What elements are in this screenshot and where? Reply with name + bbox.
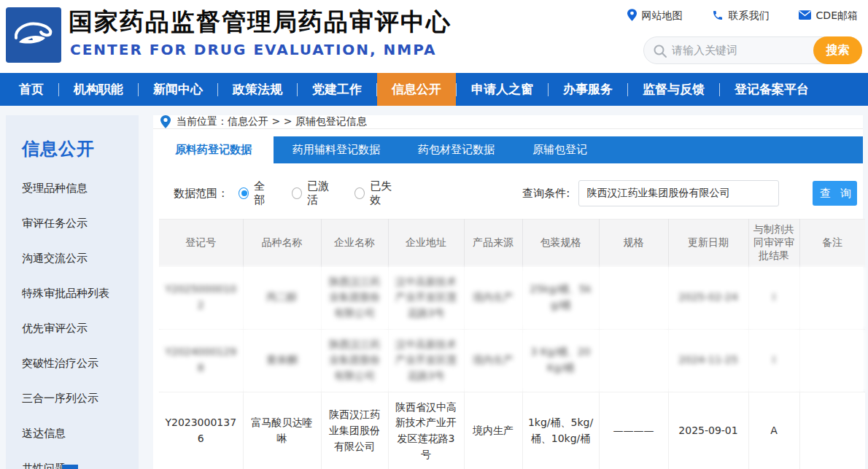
cell-r0-c5: 25kg/桶、5kg/桶 bbox=[522, 267, 599, 330]
cell-r1-c0: Y20240001298 bbox=[159, 329, 243, 392]
column-header-6: 规格 bbox=[599, 220, 668, 267]
nav-item-4[interactable]: 党建工作 bbox=[298, 73, 376, 106]
cell-r0-c2: 陕西汉江药业集团股份有限公司 bbox=[321, 267, 388, 330]
cell-r1-c4: 境内生产 bbox=[464, 329, 522, 392]
scope-label: 数据范围： bbox=[174, 187, 228, 201]
main-nav: 首页机构职能新闻中心政策法规党建工作信息公开申请人之窗办事服务监督与反馈登记备案… bbox=[0, 73, 868, 106]
tab-3[interactable]: 原辅包登记 bbox=[514, 136, 606, 163]
column-header-4: 产品来源 bbox=[464, 220, 522, 267]
nav-item-8[interactable]: 监督与反馈 bbox=[628, 73, 719, 106]
tab-0[interactable]: 原料药登记数据 bbox=[153, 136, 274, 163]
quick-link-1[interactable]: 联系我们 bbox=[712, 9, 770, 23]
radio-label: 全部 bbox=[254, 179, 273, 207]
cell-r2-c1: 富马酸贝达喹啉 bbox=[243, 392, 321, 469]
cell-r1-c3: 汉中高新技术产业开发区莲花路3号 bbox=[388, 329, 464, 392]
column-header-7: 更新日期 bbox=[668, 220, 748, 267]
nav-item-3[interactable]: 政策法规 bbox=[218, 73, 297, 106]
nav-item-0[interactable]: 首页 bbox=[4, 73, 58, 106]
breadcrumb-text: 当前位置：信息公开 > > 原辅包登记信息 bbox=[177, 115, 367, 128]
scope-radio-2[interactable]: 已失效 bbox=[354, 179, 398, 207]
column-header-8: 与制剂共同审评审批结果 bbox=[748, 220, 799, 267]
partial-bottom-widget bbox=[62, 465, 78, 469]
search-button[interactable]: 搜索 bbox=[813, 36, 862, 64]
breadcrumb: 当前位置：信息公开 > > 原辅包登记信息 bbox=[153, 115, 863, 129]
cell-r2-c6: ———— bbox=[599, 392, 668, 469]
radio-label: 已失效 bbox=[370, 179, 398, 207]
nav-item-9[interactable]: 登记备案平台 bbox=[720, 73, 824, 106]
table-body: Y20250000102丙二醇陕西汉江药业集团股份有限公司汉中高新技术产业开发区… bbox=[159, 267, 865, 469]
cell-r1-c1: 黄体酮 bbox=[243, 329, 321, 392]
cell-r0-c6 bbox=[599, 267, 668, 330]
quick-link-2[interactable]: CDE邮箱 bbox=[799, 9, 858, 23]
header-quick-links: 网站地图联系我们CDE邮箱 bbox=[627, 9, 858, 23]
tab-2[interactable]: 药包材登记数据 bbox=[399, 136, 514, 163]
cell-r2-c8: A bbox=[748, 392, 799, 469]
nav-item-2[interactable]: 新闻中心 bbox=[139, 73, 217, 106]
cell-r1-c9 bbox=[799, 329, 865, 392]
query-input[interactable] bbox=[578, 180, 779, 206]
cde-logo bbox=[6, 7, 61, 63]
nav-item-7[interactable]: 办事服务 bbox=[549, 73, 627, 106]
radio-circle-icon bbox=[354, 187, 365, 199]
sidebar-item-5[interactable]: 突破性治疗公示 bbox=[6, 346, 139, 381]
page-title: 国家药品监督管理局药品审评中心 bbox=[69, 6, 452, 39]
cell-r1-c2: 陕西汉江药业集团股份有限公司 bbox=[321, 329, 388, 392]
cell-r2-c2: 陕西汉江药业集团股份有限公司 bbox=[321, 392, 388, 469]
radio-circle-icon bbox=[239, 187, 249, 199]
search-input[interactable] bbox=[644, 44, 813, 57]
main-content: 当前位置：信息公开 > > 原辅包登记信息 原料药登记数据药用辅料登记数据药包材… bbox=[153, 115, 863, 469]
results-table: 登记号品种名称企业名称企业地址产品来源包装规格规格更新日期与制剂共同审评审批结果… bbox=[159, 219, 865, 469]
tab-1[interactable]: 药用辅料登记数据 bbox=[274, 136, 399, 163]
filter-row: 数据范围： 全部已激活已失效 查询条件: 查 询 bbox=[153, 163, 863, 219]
column-header-0: 登记号 bbox=[159, 220, 243, 267]
cde-logo-swoosh-icon bbox=[12, 19, 55, 51]
envelope-icon bbox=[799, 10, 811, 22]
quick-link-label: CDE邮箱 bbox=[816, 9, 858, 23]
cell-r0-c0: Y20250000102 bbox=[159, 267, 243, 330]
scope-radio-group: 全部已激活已失效 bbox=[239, 179, 398, 207]
table-header-row: 登记号品种名称企业名称企业地址产品来源包装规格规格更新日期与制剂共同审评审批结果… bbox=[159, 220, 865, 267]
query-button[interactable]: 查 询 bbox=[813, 181, 857, 206]
sidebar-item-0[interactable]: 受理品种信息 bbox=[6, 171, 139, 206]
sidebar-item-6[interactable]: 三合一序列公示 bbox=[6, 381, 139, 416]
nav-item-6[interactable]: 申请人之窗 bbox=[457, 73, 548, 106]
cell-r2-c4: 境内生产 bbox=[464, 392, 522, 469]
column-header-2: 企业名称 bbox=[321, 220, 388, 267]
cell-r1-c8: I bbox=[748, 329, 799, 392]
radio-label: 已激活 bbox=[307, 179, 336, 207]
quick-link-label: 联系我们 bbox=[729, 9, 770, 23]
results-table-wrap: 登记号品种名称企业名称企业地址产品来源包装规格规格更新日期与制剂共同审评审批结果… bbox=[153, 219, 863, 469]
table-row-0[interactable]: Y20250000102丙二醇陕西汉江药业集团股份有限公司汉中高新技术产业开发区… bbox=[159, 267, 865, 330]
radio-circle-icon bbox=[292, 187, 302, 199]
quick-link-0[interactable]: 网站地图 bbox=[627, 9, 683, 23]
location-pin-icon bbox=[160, 115, 171, 128]
column-header-3: 企业地址 bbox=[388, 220, 464, 267]
sidebar-list: 受理品种信息审评任务公示沟通交流公示特殊审批品种列表优先审评公示突破性治疗公示三… bbox=[6, 171, 139, 469]
cell-r0-c4: 境内生产 bbox=[464, 267, 522, 330]
tab-bar: 原料药登记数据药用辅料登记数据药包材登记数据原辅包登记 bbox=[153, 136, 863, 163]
scope-radio-0[interactable]: 全部 bbox=[239, 179, 273, 207]
query-label: 查询条件: bbox=[522, 187, 570, 201]
sidebar-item-4[interactable]: 优先审评公示 bbox=[6, 311, 139, 346]
sidebar-item-7[interactable]: 送达信息 bbox=[6, 416, 139, 451]
nav-item-5[interactable]: 信息公开 bbox=[377, 73, 456, 106]
table-row-1[interactable]: Y20240001298黄体酮陕西汉江药业集团股份有限公司汉中高新技术产业开发区… bbox=[159, 329, 865, 392]
location-pin-icon bbox=[627, 9, 637, 23]
cell-r0-c7: 2025-02-24 bbox=[668, 267, 748, 330]
scope-radio-1[interactable]: 已激活 bbox=[292, 179, 336, 207]
table-row-2[interactable]: Y20230001376富马酸贝达喹啉陕西汉江药业集团股份有限公司陕西省汉中高新… bbox=[159, 392, 865, 469]
sidebar-title: 信息公开 bbox=[6, 115, 139, 171]
sidebar-item-2[interactable]: 沟通交流公示 bbox=[6, 241, 139, 276]
nav-item-1[interactable]: 机构职能 bbox=[59, 73, 138, 106]
cell-r1-c7: 2024-11-25 bbox=[668, 329, 748, 392]
column-header-9: 备注 bbox=[799, 220, 865, 267]
sidebar-item-1[interactable]: 审评任务公示 bbox=[6, 206, 139, 241]
sidebar-item-3[interactable]: 特殊审批品种列表 bbox=[6, 276, 139, 311]
cell-r1-c6 bbox=[599, 329, 668, 392]
column-header-5: 包装规格 bbox=[522, 220, 599, 267]
cell-r0-c9 bbox=[799, 267, 865, 330]
cell-r1-c5: 3 Kg/桶、20 Kg/桶 bbox=[522, 329, 599, 392]
search-bar: 搜索 bbox=[643, 36, 862, 64]
phone-icon bbox=[712, 9, 724, 23]
column-header-1: 品种名称 bbox=[243, 220, 321, 267]
